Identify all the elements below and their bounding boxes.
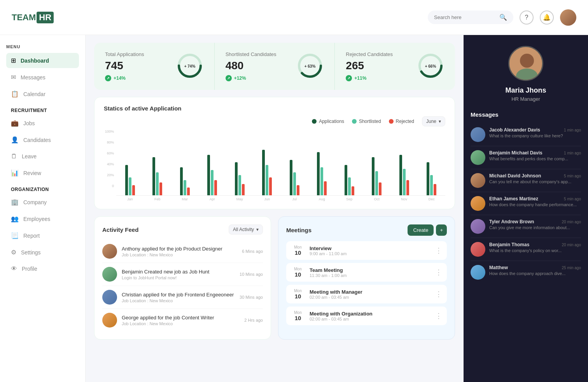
sidebar-item-report[interactable]: 📃 Report	[6, 228, 79, 243]
user-avatar-header[interactable]	[560, 9, 576, 26]
sidebar-item-candidates[interactable]: 👤 Candidates	[6, 132, 79, 147]
add-meeting-icon-button[interactable]: +	[436, 224, 447, 236]
meeting-item: Mon 10 Meeting with Manager 02:00 am - 0…	[286, 285, 447, 303]
bottom-row: Activity Feed All Activity ▾ Anthony app…	[94, 216, 455, 340]
sidebar-item-settings[interactable]: ⚙ Settings	[6, 245, 79, 260]
create-meeting-button[interactable]: Create	[408, 224, 434, 236]
search-icon[interactable]: 🔍	[499, 14, 507, 21]
meeting-more-icon[interactable]: ⋮	[435, 312, 442, 320]
stat-card-total: Total Applications 745 ↗ +14% + 74%	[94, 43, 214, 90]
company-icon: 🏢	[11, 198, 19, 206]
messages-icon: ✉	[11, 74, 16, 81]
sidebar-item-leave[interactable]: 🗒 Leave	[6, 149, 79, 164]
meeting-more-icon[interactable]: ⋮	[435, 246, 442, 255]
sidebar-item-label: Messages	[21, 74, 46, 81]
message-item[interactable]: Matthew 25 min ago How does the company …	[471, 261, 581, 284]
sidebar-item-review[interactable]: 📊 Review	[6, 165, 79, 180]
meeting-title: Meeting with Organization	[310, 311, 430, 317]
meeting-time: 9:00 am - 11:00 am	[310, 251, 430, 256]
meeting-more-icon[interactable]: ⋮	[435, 290, 442, 298]
sidebar-item-messages[interactable]: ✉ Messages	[6, 70, 79, 85]
msg-avatar	[471, 265, 485, 280]
sidebar-item-label: Settings	[21, 249, 41, 256]
sidebar-item-company[interactable]: 🏢 Company	[6, 195, 79, 210]
message-item[interactable]: Ethan James Martinez 5 min ago How does …	[471, 192, 581, 215]
chart-month-col	[418, 145, 446, 195]
activity-avatar	[102, 267, 117, 282]
msg-avatar	[471, 150, 485, 165]
meeting-time: 11:30 am - 1:00 am	[310, 273, 430, 278]
message-item[interactable]: Benjamin Thomas 20 min ago What is the c…	[471, 238, 581, 261]
help-icon[interactable]: ?	[520, 11, 534, 25]
activity-avatar	[102, 290, 117, 305]
meeting-day-label: Mon	[291, 267, 305, 271]
meetings-section: Meetings Create + Mon 10 Interview 9:00 …	[278, 216, 455, 340]
sidebar-item-dashboard[interactable]: ⊞ Dashboard	[6, 53, 79, 68]
sidebar-item-employees[interactable]: 👥 Employees	[6, 211, 79, 226]
sidebar-item-label: Leave	[22, 153, 37, 159]
activity-item: George applied for the job Content Write…	[102, 309, 263, 331]
notification-icon[interactable]: 🔔	[540, 11, 554, 25]
meeting-more-icon[interactable]: ⋮	[435, 268, 442, 277]
activity-sub: Job Location : New Mexico	[122, 298, 235, 303]
header-right: 🔍 ? 🔔	[428, 9, 576, 26]
profile-avatar	[508, 46, 543, 81]
chart-month-col	[144, 145, 172, 195]
meeting-title: Interview	[310, 245, 430, 251]
meetings-title: Meetings	[286, 227, 312, 233]
right-panel: Maria Jhons HR Manager Messages Jacob Al…	[464, 35, 588, 382]
sidebar-item-label: Employees	[23, 216, 50, 222]
activity-avatar	[102, 244, 117, 259]
msg-text: Can you give me more information about..…	[489, 225, 581, 230]
logo-hr: HR	[37, 12, 54, 23]
sidebar-item-calendar[interactable]: 📋 Calendar	[6, 86, 79, 102]
activity-sub: Job Location : New Mexico	[122, 321, 240, 326]
msg-avatar	[471, 127, 485, 142]
msg-name: Benjamin Thomas	[489, 242, 529, 247]
settings-icon: ⚙	[11, 249, 16, 256]
sidebar-item-label: Report	[23, 233, 40, 239]
search-input[interactable]	[434, 14, 496, 20]
msg-avatar	[471, 173, 485, 188]
header: TEAM HR 🔍 ? 🔔	[0, 0, 588, 35]
profile-name: Maria Jhons	[471, 86, 581, 95]
msg-text: How does the company handle performance.…	[489, 202, 581, 207]
sidebar-item-profile[interactable]: 👁 Profile	[6, 261, 79, 276]
candidates-icon: 👤	[11, 136, 19, 144]
msg-avatar	[471, 196, 485, 211]
message-item[interactable]: Benjamin Michael Davis 1 min ago What be…	[471, 146, 581, 169]
activity-item: Anthony applied for the job Product Desi…	[102, 240, 263, 263]
message-item[interactable]: Jacob Alexander Davis 1 min ago What is …	[471, 123, 581, 146]
msg-time: 1 min ago	[564, 128, 581, 132]
meeting-day: 10	[291, 271, 305, 278]
chart-filter-dropdown[interactable]: June ▾	[422, 116, 445, 126]
chart-month-col	[308, 145, 336, 195]
msg-name: Michael David Johnson	[489, 173, 541, 179]
msg-avatar	[471, 242, 485, 257]
msg-name: Benjamin Michael Davis	[489, 150, 542, 156]
msg-text: What is the company culture like here?	[489, 133, 581, 138]
chart-month-col	[254, 145, 281, 195]
activity-filter-dropdown[interactable]: All Activity ▾	[229, 224, 263, 235]
sidebar-item-label: Dashboard	[21, 58, 49, 64]
chart-month-col	[226, 145, 254, 195]
jobs-icon: 💼	[11, 119, 19, 127]
meeting-title: Team Meeting	[310, 267, 430, 273]
chart-month-col	[171, 145, 199, 195]
stat-circle-rejected: + 66%	[417, 52, 444, 81]
sidebar-item-label: Review	[23, 170, 41, 176]
msg-time: 20 min ago	[562, 220, 581, 224]
activity-time: 2 Hrs ago	[244, 318, 263, 322]
svg-text:+ 74%: + 74%	[184, 64, 195, 68]
meeting-item: Mon 10 Team Meeting 11:30 am - 1:00 am ⋮	[286, 263, 447, 282]
activity-name: Christian applied for the job Frontend E…	[122, 292, 235, 298]
message-item[interactable]: Michael David Johnson 5 min ago Can you …	[471, 169, 581, 192]
sidebar-item-jobs[interactable]: 💼 Jobs	[6, 116, 79, 131]
chevron-down-icon: ▾	[256, 227, 259, 232]
msg-time: 20 min ago	[562, 243, 581, 247]
organization-section-label: ORGANIZATION	[11, 187, 79, 192]
profile-section: Maria Jhons HR Manager	[471, 46, 581, 102]
message-item[interactable]: Tyler Andrew Brown 20 min ago Can you gi…	[471, 215, 581, 238]
recruitment-section-label: RECRUITMENT	[11, 108, 79, 113]
activity-item: Christian applied for the job Frontend E…	[102, 286, 263, 309]
